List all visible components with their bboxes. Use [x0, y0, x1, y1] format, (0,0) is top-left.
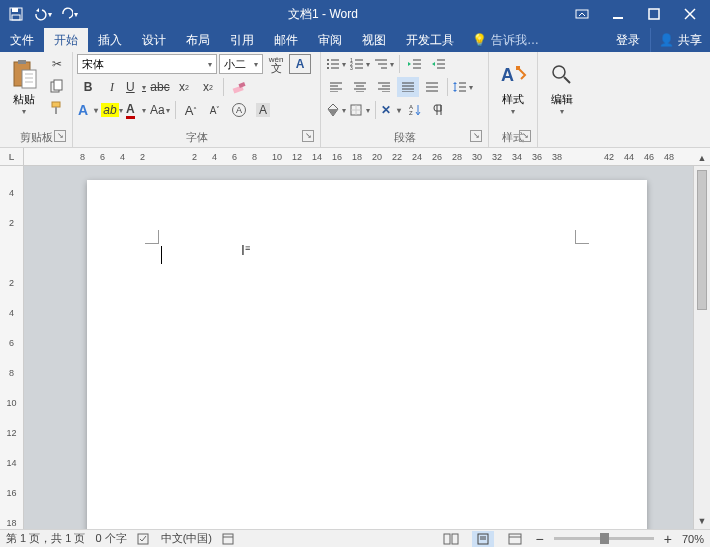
share-button[interactable]: 👤共享: [650, 28, 710, 52]
dialog-launcher[interactable]: ↘: [54, 130, 66, 142]
spell-check-icon[interactable]: [137, 533, 151, 545]
borders-button[interactable]: ▾: [349, 100, 371, 120]
character-shading-button[interactable]: A: [252, 100, 274, 120]
line-spacing-button[interactable]: ▾: [452, 77, 474, 97]
login-link[interactable]: 登录: [606, 28, 650, 52]
svg-text:A: A: [501, 65, 514, 85]
font-color-button[interactable]: A▾: [125, 100, 147, 120]
sort-button[interactable]: AZ: [404, 100, 426, 120]
group-label: 段落↘: [325, 129, 484, 147]
zoom-out-button[interactable]: −: [536, 531, 544, 547]
clear-formatting-button[interactable]: [228, 77, 250, 97]
italic-button[interactable]: I: [101, 77, 123, 97]
bold-button[interactable]: B: [77, 77, 99, 97]
highlight-button[interactable]: ab▾: [101, 100, 123, 120]
scroll-up-button[interactable]: ▲: [694, 150, 710, 166]
tab-developer[interactable]: 开发工具: [396, 28, 464, 52]
group-label: [542, 132, 582, 147]
document-area[interactable]: I≡: [24, 166, 710, 529]
styles-button[interactable]: A 样式 ▾: [493, 54, 533, 120]
scroll-thumb[interactable]: [697, 170, 707, 310]
svg-point-20: [327, 59, 329, 61]
svg-rect-2: [12, 15, 20, 20]
vertical-ruler[interactable]: 42 24681012141618: [0, 166, 24, 529]
close-button[interactable]: [674, 2, 706, 26]
page-count[interactable]: 第 1 页，共 1 页: [6, 531, 85, 546]
align-distributed-button[interactable]: [421, 77, 443, 97]
tell-me[interactable]: 💡告诉我…: [464, 28, 547, 52]
underline-button[interactable]: U▾: [125, 77, 147, 97]
zoom-level[interactable]: 70%: [682, 533, 704, 545]
tab-view[interactable]: 视图: [352, 28, 396, 52]
font-size-combo[interactable]: 小二▾: [219, 54, 263, 74]
asian-layout-button[interactable]: ✕▾: [380, 100, 402, 120]
show-marks-button[interactable]: [428, 100, 450, 120]
print-layout-button[interactable]: [472, 531, 494, 547]
group-font: 宋体▾ 小二▾ wén文 A B I U▾ abc x2 x2 A▾ ab▾ A…: [73, 52, 321, 147]
font-name-combo[interactable]: 宋体▾: [77, 54, 217, 74]
numbering-button[interactable]: 123▾: [349, 54, 371, 74]
page[interactable]: I≡: [87, 180, 647, 529]
read-mode-button[interactable]: [440, 531, 462, 547]
character-border-button[interactable]: A: [289, 54, 311, 74]
format-painter-button[interactable]: [46, 98, 68, 118]
text-effects-button[interactable]: A▾: [77, 100, 99, 120]
content-area: L 42 24681012141618 86422468101214161820…: [0, 148, 710, 529]
group-editing: 编辑 ▾: [538, 52, 586, 147]
align-justify-button[interactable]: [397, 77, 419, 97]
ribbon-options-button[interactable]: [566, 2, 598, 26]
enclose-characters-button[interactable]: A: [228, 100, 250, 120]
tab-home[interactable]: 开始: [44, 28, 88, 52]
ruler-corner[interactable]: L: [0, 148, 24, 166]
dialog-launcher[interactable]: ↘: [519, 130, 531, 142]
copy-button[interactable]: [46, 76, 68, 96]
tab-mailings[interactable]: 邮件: [264, 28, 308, 52]
cut-button[interactable]: ✂: [46, 54, 68, 74]
horizontal-ruler[interactable]: 8642246810121416182022242628303234363842…: [24, 148, 710, 166]
bullets-button[interactable]: ▾: [325, 54, 347, 74]
macro-icon[interactable]: [222, 533, 234, 545]
tab-file[interactable]: 文件: [0, 28, 44, 52]
redo-button[interactable]: ▾: [56, 2, 80, 26]
tab-references[interactable]: 引用: [220, 28, 264, 52]
word-count[interactable]: 0 个字: [95, 531, 126, 546]
minimize-button[interactable]: [602, 2, 634, 26]
decrease-indent-button[interactable]: [404, 54, 426, 74]
maximize-button[interactable]: [638, 2, 670, 26]
language[interactable]: 中文(中国): [161, 531, 212, 546]
tab-insert[interactable]: 插入: [88, 28, 132, 52]
text-cursor: [161, 246, 162, 264]
change-case-button[interactable]: Aa▾: [149, 100, 171, 120]
align-right-button[interactable]: [373, 77, 395, 97]
tab-layout[interactable]: 布局: [176, 28, 220, 52]
grow-font-button[interactable]: A˄: [180, 100, 202, 120]
svg-rect-3: [576, 10, 588, 18]
undo-button[interactable]: ▾: [30, 2, 54, 26]
group-paragraph: ▾ 123▾ ▾ ▾ ▾ ▾ ✕▾ AZ: [321, 52, 489, 147]
align-center-button[interactable]: [349, 77, 371, 97]
phonetic-guide-button[interactable]: wén文: [265, 54, 287, 74]
subscript-button[interactable]: x2: [173, 77, 195, 97]
multilevel-list-button[interactable]: ▾: [373, 54, 395, 74]
tab-review[interactable]: 审阅: [308, 28, 352, 52]
dialog-launcher[interactable]: ↘: [302, 130, 314, 142]
paste-button[interactable]: 粘贴 ▾: [4, 54, 44, 120]
align-left-button[interactable]: [325, 77, 347, 97]
shrink-font-button[interactable]: A˅: [204, 100, 226, 120]
scissors-icon: ✂: [52, 57, 62, 71]
scroll-down-button[interactable]: ▼: [694, 513, 710, 529]
increase-indent-button[interactable]: [428, 54, 450, 74]
web-layout-button[interactable]: [504, 531, 526, 547]
strikethrough-button[interactable]: abc: [149, 77, 171, 97]
editing-button[interactable]: 编辑 ▾: [542, 54, 582, 120]
vertical-scrollbar[interactable]: ▲ ▼: [693, 166, 710, 529]
tab-design[interactable]: 设计: [132, 28, 176, 52]
shading-button[interactable]: ▾: [325, 100, 347, 120]
save-button[interactable]: [4, 2, 28, 26]
find-icon: [546, 59, 578, 91]
superscript-button[interactable]: x2: [197, 77, 219, 97]
svg-rect-16: [52, 102, 60, 107]
zoom-in-button[interactable]: +: [664, 531, 672, 547]
zoom-slider[interactable]: [554, 537, 654, 540]
dialog-launcher[interactable]: ↘: [470, 130, 482, 142]
